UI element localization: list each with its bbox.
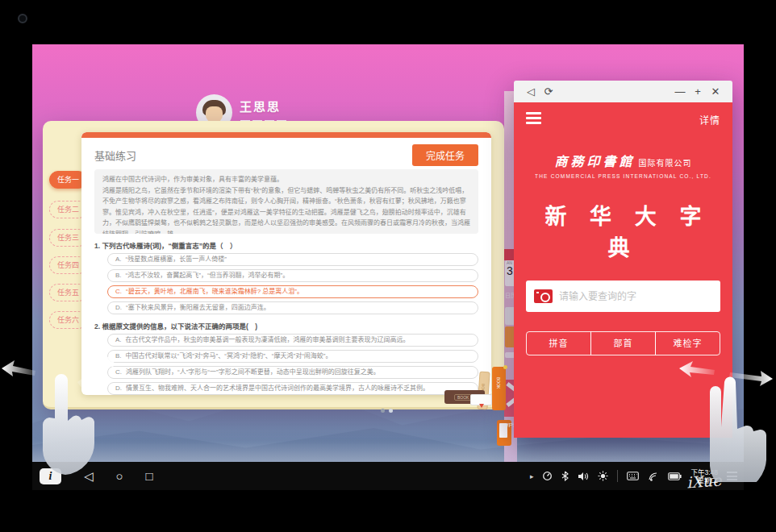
nav-recents-icon[interactable]: □ bbox=[146, 469, 153, 483]
book-white bbox=[470, 394, 492, 405]
q1-option-b[interactable]: B.“鸿志不汝较，奋翼起高飞”，“但当养羽翮，鸿举必有期”。 bbox=[107, 269, 478, 282]
minimize-icon[interactable]: — bbox=[671, 81, 689, 102]
brightness-icon[interactable] bbox=[598, 471, 608, 481]
q2-option-b[interactable]: B.中国古代对联常以“飞鸿”对“奔马”、“冥鸿”对“隐豹”、“摩天鸿”对“闹海蛟… bbox=[107, 350, 478, 363]
dictionary-window: ◁ ⟳ — + ✕ 详情 商務印書館国际有限公司 THE COMMERCIAL … bbox=[514, 81, 732, 438]
wireless-signal-icon[interactable] bbox=[648, 472, 659, 481]
restore-icon[interactable]: ⟳ bbox=[540, 81, 557, 102]
press-logo: 商務印書館国际有限公司 THE COMMERCIAL PRESS INTERNA… bbox=[514, 151, 732, 179]
q2-option-d[interactable]: D.情景互生、物我难辨、天人合一的艺术境界是中国古代诗词创作的最高美学境界，古人… bbox=[107, 382, 478, 395]
battery-icon bbox=[668, 472, 682, 480]
question-1: 1. 下列古代咏雁诗(词)，“侧重言志”的是（ ） bbox=[94, 240, 478, 250]
close-icon[interactable]: ✕ bbox=[707, 81, 724, 102]
q1-option-a[interactable]: A.“残星数点雁横塞，长笛一声人倚楼” bbox=[107, 253, 478, 266]
tablet-screen: AN 3 日历 WPS 王思思 任务一 任务二 任务三 任务四 任务五 任务六 … bbox=[32, 44, 744, 490]
details-link[interactable]: 详情 bbox=[699, 113, 720, 127]
menu-icon[interactable] bbox=[526, 112, 541, 127]
user-name: 王思思 bbox=[240, 98, 281, 114]
q1-option-c-selected[interactable]: C.“碧云天，黄叶地，北雁南飞，晓来谁染霜林醉? 总是离人泪”。 bbox=[107, 285, 478, 298]
os-watermark: iXue OS bbox=[686, 470, 744, 490]
keyboard-icon[interactable] bbox=[627, 472, 639, 480]
tab-radical[interactable]: 部首 bbox=[590, 331, 656, 355]
nav-back-icon[interactable]: ◁ bbox=[84, 469, 94, 484]
back-icon[interactable]: ◁ bbox=[522, 81, 540, 102]
bezel-camera bbox=[18, 14, 27, 23]
bluetooth-icon[interactable] bbox=[561, 471, 569, 481]
book-orange: BOOK bbox=[492, 367, 506, 410]
exercise-title: 基础练习 bbox=[94, 148, 136, 163]
nav-home-icon[interactable]: ○ bbox=[116, 469, 123, 483]
dictionary-title: 新 华 大 字 典 bbox=[514, 199, 732, 262]
tray-separator bbox=[617, 470, 618, 482]
page-indicator-dots bbox=[381, 409, 393, 413]
taskbar: i ◁ ○ □ ▸ 下午3:48 星期二 bbox=[32, 462, 744, 490]
search-box[interactable] bbox=[526, 281, 720, 312]
exercise-panel: 任务一 任务二 任务三 任务四 任务五 任务六 基础练习 完成任务 鸿雁在中国古… bbox=[43, 121, 504, 409]
question-2: 2. 根据原文提供的信息，以下说法不正确的两项是( ) bbox=[94, 321, 478, 330]
q2-option-a[interactable]: A.在古代文学作品中，秋虫的审美基调一般表现为凄清低婉，鸿雁的审美基调则主要表现… bbox=[107, 334, 478, 347]
dictionary-app: 详情 商務印書館国际有限公司 THE COMMERCIAL PRESS INTE… bbox=[514, 102, 732, 438]
maximize-icon[interactable]: + bbox=[689, 81, 707, 102]
reading-passage: 鸿雁在中国古代诗词中，作为审美对象，具有丰富的美学意蕴。 鸿雁是随阳之鸟，它虽然… bbox=[94, 169, 478, 234]
search-input[interactable] bbox=[559, 291, 720, 302]
data-usage-icon[interactable] bbox=[542, 471, 553, 481]
tab-pinyin[interactable]: 拼音 bbox=[526, 331, 591, 355]
tray-expand-icon[interactable]: ▸ bbox=[530, 472, 534, 480]
q2-option-c[interactable]: C.鸿雁列队飞翔时，“人”字形与“一”字形之间不断更替，动态中呈现出鲜明的回旋往… bbox=[107, 366, 478, 379]
card-accent-bar bbox=[81, 132, 491, 138]
tab-hard-characters[interactable]: 难检字 bbox=[655, 331, 720, 355]
camera-icon[interactable] bbox=[534, 289, 553, 303]
volume-icon[interactable] bbox=[578, 472, 589, 481]
ixue-launcher-button[interactable]: i bbox=[40, 468, 61, 484]
exercise-card: 基础练习 完成任务 鸿雁在中国古代诗词中，作为审美对象，具有丰富的美学意蕴。 鸿… bbox=[81, 132, 491, 395]
complete-task-button[interactable]: 完成任务 bbox=[412, 144, 478, 166]
window-titlebar: ◁ ⟳ — + ✕ bbox=[514, 81, 732, 102]
books-decoration: BOOK BOOK BOOK bbox=[444, 364, 517, 411]
q1-option-d[interactable]: D.“塞下秋来风景异，衡阳雁去无留意，四面边声连。 bbox=[107, 301, 478, 314]
